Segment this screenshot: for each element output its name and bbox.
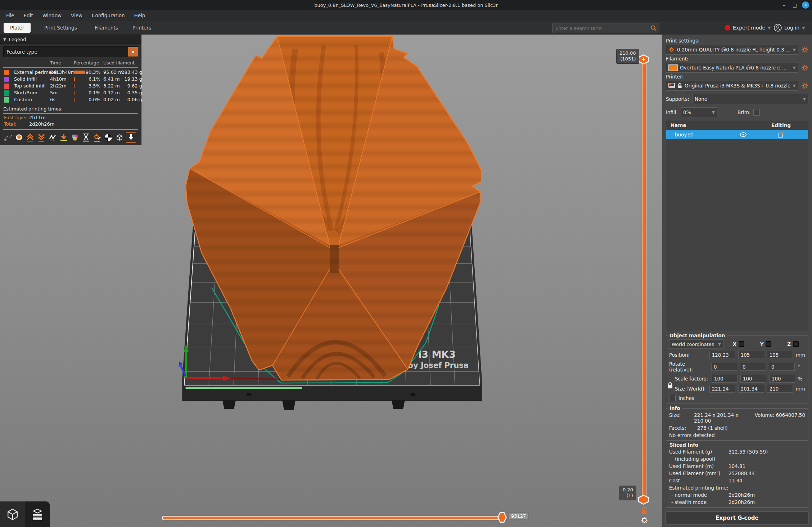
print-settings-dropdown[interactable]: 0.20mm QUALITY @0.8 nozzle FL height 0.3… xyxy=(666,45,798,55)
object-row-buoy[interactable]: buoy.stl xyxy=(666,130,808,139)
layer-slider-top-handle[interactable]: + xyxy=(638,54,649,64)
scale-y-input[interactable] xyxy=(740,375,766,383)
minimize-button[interactable]: – xyxy=(780,1,788,9)
edit-printer-gear-icon[interactable] xyxy=(801,82,808,89)
mode-selector[interactable]: Expert mode ▼ xyxy=(725,22,771,33)
menu-help[interactable]: Help xyxy=(130,10,150,21)
edit-filament-gear-icon[interactable] xyxy=(801,64,808,71)
layer-slider-track[interactable] xyxy=(642,59,646,500)
chevron-down-icon: ▼ xyxy=(793,48,796,52)
deretractions-icon[interactable] xyxy=(37,133,46,142)
search-input[interactable] xyxy=(552,26,650,31)
visibility-eye-icon[interactable] xyxy=(732,132,754,138)
menu-file[interactable]: File xyxy=(1,10,19,21)
tab-print-settings[interactable]: Print Settings xyxy=(38,23,84,33)
estimated-times-title: Estimated printing times: xyxy=(3,106,138,112)
edit-object-icon[interactable] xyxy=(754,131,808,138)
extruder-marker-icon[interactable] xyxy=(126,132,136,143)
search-icon[interactable] xyxy=(650,25,659,31)
filament-dropdown[interactable]: Overture Easy Naturla PLA @0.8 nozzle e-… xyxy=(666,63,798,73)
printer-icon xyxy=(668,83,675,89)
volume-label: Volume: xyxy=(755,412,776,424)
tab-filaments[interactable]: Filaments xyxy=(88,23,125,33)
brim-checkbox[interactable] xyxy=(753,109,760,116)
size-label: Size: xyxy=(669,412,694,424)
tab-plater[interactable]: Plater xyxy=(4,23,31,33)
infill-dropdown[interactable]: 0% ▼ xyxy=(681,107,717,117)
facets-value: 276 (1 shell) xyxy=(697,425,728,431)
menu-window[interactable]: Window xyxy=(38,10,66,21)
chevron-down-icon: ▼ xyxy=(793,84,796,88)
viewport-3d[interactable]: i3 MK3 by Josef Prusa xyxy=(0,35,662,527)
position-x-input[interactable] xyxy=(709,351,735,359)
feature-color-chip xyxy=(4,84,9,89)
menu-view[interactable]: View xyxy=(66,10,87,21)
slider-settings-gear-icon[interactable] xyxy=(640,516,648,524)
size-y-input[interactable] xyxy=(738,385,764,393)
size-z-input[interactable] xyxy=(767,385,793,393)
login-control[interactable]: Log in ▼ xyxy=(774,22,805,33)
move-slider-track[interactable] xyxy=(162,516,504,520)
printer-dropdown[interactable]: Original Prusa i3 MK3S & MK3S+ 0.8 nozzl… xyxy=(666,81,798,91)
legend-header[interactable]: ▼ Legend xyxy=(0,35,141,44)
rotate-x-input[interactable] xyxy=(711,363,737,371)
seams-icon[interactable] xyxy=(48,133,57,142)
tool-changes-icon[interactable] xyxy=(59,133,68,142)
filament-label: Filament: xyxy=(666,56,808,62)
lock-open-icon[interactable] xyxy=(640,506,649,515)
legend-row: Skirt/Brim5m 0.1%0.12 m0.35 g xyxy=(3,90,138,96)
legend-row: Top solid infill2h22m 3.5%3.22 m9.62 g xyxy=(3,83,138,90)
shells-icon[interactable] xyxy=(104,133,113,142)
legend-row: External perimeter2d13h48m 90.3%95.03 m2… xyxy=(3,69,138,76)
rotate-y-input[interactable] xyxy=(740,363,766,371)
travel-moves-icon[interactable] xyxy=(3,133,13,142)
pause-prints-icon[interactable] xyxy=(81,133,91,142)
view-mode-toggle xyxy=(0,501,50,527)
chevron-down-icon: ▼ xyxy=(793,66,796,70)
print-settings-label: Print settings: xyxy=(666,38,808,44)
view-type-value: Feature type xyxy=(4,49,128,55)
chevron-down-icon: ▼ xyxy=(712,110,715,115)
errors-status: No errors detected xyxy=(669,432,715,438)
editor-view-button[interactable] xyxy=(0,501,25,527)
name-column-header: Name xyxy=(666,122,732,128)
rotate-row: Rotate (relative): ° xyxy=(669,361,805,373)
infill-label: Infill: xyxy=(666,109,678,115)
view-type-dropdown[interactable]: Feature type ▼ xyxy=(3,46,138,57)
menu-configuration[interactable]: Configuration xyxy=(87,10,130,21)
export-gcode-button[interactable]: Export G-code xyxy=(666,512,808,524)
position-y-input[interactable] xyxy=(738,351,764,359)
retractions-icon[interactable] xyxy=(26,133,35,142)
wipe-icon[interactable] xyxy=(14,133,24,142)
tab-printers[interactable]: Printers xyxy=(126,23,158,33)
object-manipulation-title: Object manipulation xyxy=(668,333,727,338)
custom-gcodes-icon[interactable] xyxy=(93,133,102,142)
sidebar: Print settings: 0.20mm QUALITY @0.8 nozz… xyxy=(662,35,812,527)
rotate-z-input[interactable] xyxy=(769,363,795,371)
preview-view-button[interactable] xyxy=(25,501,50,527)
collapse-triangle-icon: ▼ xyxy=(3,37,6,41)
scale-z-input[interactable] xyxy=(769,375,795,383)
maximize-button[interactable]: □ xyxy=(791,1,798,9)
supports-dropdown[interactable]: None ▼ xyxy=(692,94,808,104)
dropdown-arrow-icon[interactable]: ▼ xyxy=(128,47,138,57)
menu-edit[interactable]: Edit xyxy=(19,10,38,21)
layer-slider-bottom-handle[interactable] xyxy=(638,495,649,505)
expert-mode-label: Expert mode xyxy=(733,25,765,31)
inches-checkbox[interactable] xyxy=(669,395,676,401)
color-changes-icon[interactable] xyxy=(70,133,80,142)
sliced-info-group: Sliced Info Used Filament (g)312.59 (505… xyxy=(666,445,808,508)
move-slider-handle[interactable] xyxy=(497,512,507,523)
scene-box-icon[interactable] xyxy=(115,133,124,142)
feature-color-chip xyxy=(4,77,9,82)
coordinate-system-dropdown[interactable]: World coordinates ▼ xyxy=(669,339,723,349)
position-z-input[interactable] xyxy=(767,351,793,359)
scale-x-input[interactable] xyxy=(712,375,737,383)
volume-value: 6064007.50 xyxy=(776,412,805,424)
uniform-scale-lock-icon[interactable] xyxy=(667,382,673,389)
size-x-input[interactable] xyxy=(709,385,735,393)
supports-label: Supports: xyxy=(666,96,689,102)
close-button[interactable]: × xyxy=(802,1,809,9)
titlebar: buoy_0.8n_SLOW_Revo_V6_EasyNaturalPLA - … xyxy=(0,0,812,10)
edit-print-settings-gear-icon[interactable] xyxy=(801,46,808,53)
